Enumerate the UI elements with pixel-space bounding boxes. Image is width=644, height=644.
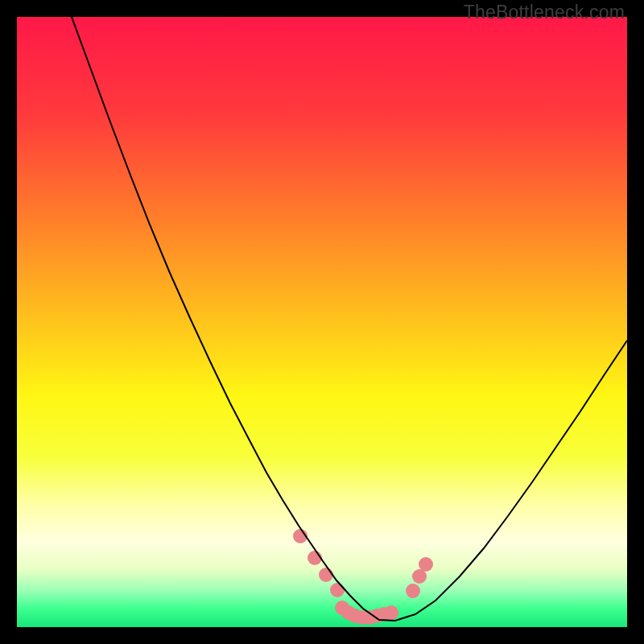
- plot-area: [17, 17, 627, 627]
- highlight-dot: [319, 568, 333, 582]
- highlight-dot: [419, 557, 433, 572]
- gradient-background: [17, 17, 627, 627]
- highlight-dot: [406, 584, 420, 598]
- chart-svg: [17, 17, 627, 627]
- watermark-text: TheBottleneck.com: [464, 2, 625, 23]
- highlight-dot: [330, 583, 345, 597]
- highlight-dot: [384, 605, 398, 620]
